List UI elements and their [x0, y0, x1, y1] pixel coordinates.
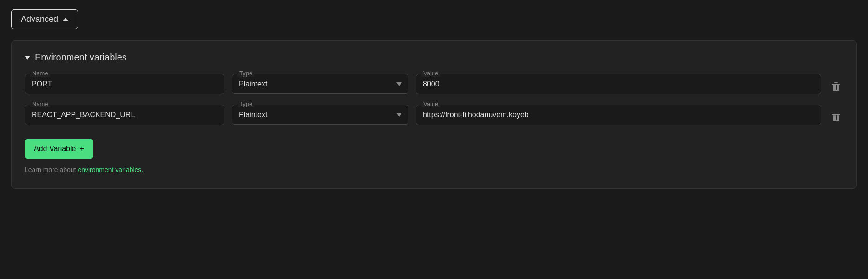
plus-icon: + [79, 145, 84, 153]
env-variables-section: Environment variables Name Type Plaintex… [11, 40, 857, 189]
advanced-toggle-label: Advanced [21, 14, 58, 24]
env-row-1-value-input[interactable] [416, 74, 821, 94]
env-variables-link[interactable]: environment variables. [78, 166, 143, 173]
env-row-1-delete-button[interactable] [829, 76, 843, 97]
env-section-title: Environment variables [35, 52, 127, 63]
env-row-1-value-label: Value [421, 70, 440, 77]
chevron-down-icon [25, 56, 30, 60]
env-row-1-type-select[interactable]: Plaintext Secret [232, 74, 408, 94]
env-row-2-type-select[interactable]: Plaintext Secret [232, 105, 408, 125]
svg-rect-13 [835, 115, 836, 121]
env-section-header[interactable]: Environment variables [25, 52, 843, 63]
trash-2-icon [831, 112, 841, 122]
env-row-2-type-group: Type Plaintext Secret [232, 105, 408, 125]
env-row-1-type-select-wrapper: Plaintext Secret [232, 74, 408, 94]
env-row-2-value-label: Value [421, 100, 440, 107]
env-row-2-type-label: Type [237, 100, 254, 107]
svg-rect-14 [834, 115, 835, 121]
learn-more-text: Learn more about environment variables. [25, 166, 843, 173]
svg-rect-5 [835, 85, 836, 91]
env-row-1-name-group: Name [25, 74, 224, 94]
add-variable-button[interactable]: Add Variable + [25, 139, 93, 159]
add-variable-label: Add Variable [34, 145, 76, 153]
env-row-2-name-label: Name [30, 100, 50, 107]
env-row-1-name-input[interactable] [25, 74, 224, 94]
svg-rect-7 [837, 85, 838, 91]
env-row-1-name-label: Name [30, 70, 50, 77]
env-row-1-value-group: Value [416, 74, 821, 94]
svg-rect-9 [834, 113, 838, 113]
env-row-2-value-input[interactable] [416, 105, 821, 125]
env-row-2-value-group: Value [416, 105, 821, 125]
env-row-1-type-group: Type Plaintext Secret [232, 74, 408, 94]
env-row-1: Name Type Plaintext Secret Value [25, 74, 843, 97]
svg-rect-15 [837, 115, 838, 121]
svg-rect-6 [834, 85, 835, 91]
env-row-1-type-label: Type [237, 70, 254, 77]
env-row-2-name-input[interactable] [25, 105, 224, 125]
chevron-up-icon [63, 18, 68, 21]
env-row-2-type-select-wrapper: Plaintext Secret [232, 105, 408, 125]
env-row-2-name-group: Name [25, 105, 224, 125]
env-row-2: Name Type Plaintext Secret Value [25, 105, 843, 128]
svg-rect-1 [834, 82, 838, 83]
svg-rect-0 [832, 84, 840, 85]
trash-icon [831, 81, 841, 92]
advanced-toggle[interactable]: Advanced [11, 9, 78, 29]
env-row-2-delete-button[interactable] [829, 106, 843, 128]
svg-rect-8 [832, 114, 840, 115]
